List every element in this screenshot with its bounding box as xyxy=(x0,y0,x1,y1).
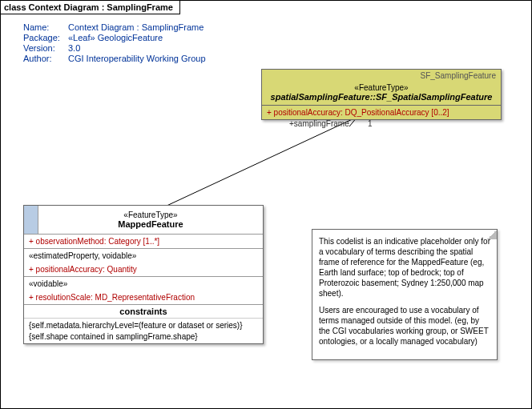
mf-constraints-header: constraints xyxy=(24,304,263,318)
mf-class-name: MappedFeature xyxy=(43,219,258,229)
sf-stereotype: «FeatureType» xyxy=(267,83,496,92)
mf-constraint-1: {self.metadata.hierarchyLevel=(feature o… xyxy=(24,318,263,332)
meta-name-label: Name: xyxy=(23,22,68,32)
note-paragraph-1: This codelist is an indicative placehold… xyxy=(319,236,490,299)
meta-version-label: Version: xyxy=(23,43,68,53)
mf-attr-observation-method: + observationMethod: Category [1..*] xyxy=(24,234,263,248)
sf-attribute-positional-accuracy: + positionalAccuracy: DQ_PositionalAccur… xyxy=(262,105,501,119)
mf-attr-resolution-scale: + resolutionScale: MD_RepresentativeFrac… xyxy=(24,291,263,304)
mf-attr-positional-accuracy: + positionalAccuracy: Quantity xyxy=(24,263,263,276)
mapped-feature-class: «FeatureType» MappedFeature + observatio… xyxy=(23,205,264,344)
meta-version-value: 3.0 xyxy=(68,43,80,53)
association-role: +samplingFrame xyxy=(289,119,349,128)
sf-spatial-sampling-feature-class: SF_SamplingFeature «FeatureType» spatial… xyxy=(261,69,502,120)
meta-author-label: Author: xyxy=(23,54,68,63)
mf-tab-decoration xyxy=(24,206,38,234)
meta-package-value: «Leaf» GeologicFeature xyxy=(68,33,163,42)
meta-author-value: CGI Interoperability Working Group xyxy=(68,54,206,63)
sf-package-corner: SF_SamplingFeature xyxy=(262,70,501,82)
sf-class-name: spatialSamplingFeature::SF_SpatialSampli… xyxy=(267,92,496,102)
mf-stereotype: «FeatureType» xyxy=(43,211,258,219)
diagram-frame-title: class Context Diagram : SamplingFrame xyxy=(1,1,180,14)
note-paragraph-2: Users are encouraged to use a vocabulary… xyxy=(319,305,490,347)
meta-package-label: Package: xyxy=(23,33,68,42)
mf-stereo-estimated-voidable: «estimatedProperty, voidable» xyxy=(24,248,263,263)
codelist-note: This codelist is an indicative placehold… xyxy=(312,229,498,360)
diagram-metadata: Name:Context Diagram : SamplingFrame Pac… xyxy=(23,22,531,63)
mf-constraint-2: {self.shape contained in samplingFrame.s… xyxy=(24,332,263,343)
association-multiplicity: 1 xyxy=(368,119,373,128)
mf-stereo-voidable: «voidable» xyxy=(24,276,263,291)
svg-line-0 xyxy=(165,117,357,207)
meta-name-value: Context Diagram : SamplingFrame xyxy=(68,22,204,32)
frame-title-text: class Context Diagram : SamplingFrame xyxy=(4,2,173,12)
